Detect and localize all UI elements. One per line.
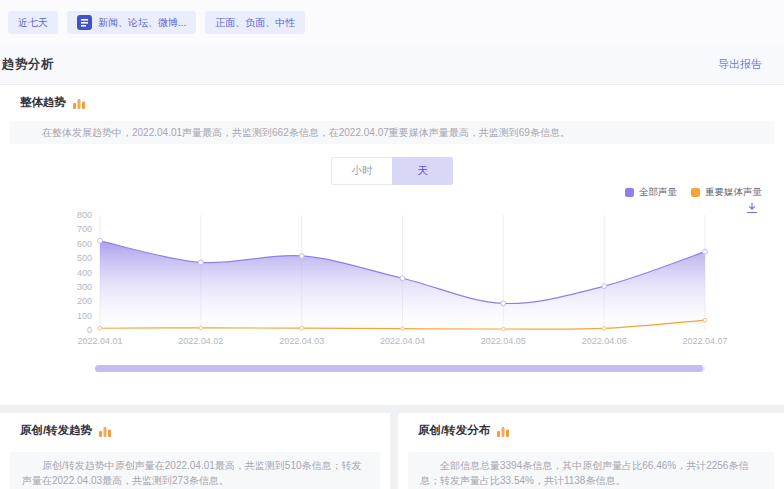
toggle-hour-button[interactable]: 小时 — [331, 157, 392, 185]
legend-label-media: 重要媒体声量 — [705, 186, 762, 199]
svg-text:100: 100 — [77, 311, 92, 321]
svg-text:2022.04.02: 2022.04.02 — [178, 336, 223, 346]
origin-distribution-summary: 全部信息总量3394条信息，其中原创声量占比66.46%，共计2256条信息；转… — [408, 452, 774, 489]
origin-trend-title-row: 原创/转发趋势 — [20, 423, 112, 438]
origin-distribution-title: 原创/转发分布 — [418, 423, 490, 438]
svg-text:2022.04.03: 2022.04.03 — [279, 336, 324, 346]
datazoom-slider[interactable] — [95, 365, 703, 372]
origin-distribution-title-row: 原创/转发分布 — [418, 423, 510, 438]
filter-chip-label: 近七天 — [18, 11, 48, 34]
svg-text:200: 200 — [77, 296, 92, 306]
overall-trend-title: 整体趋势 — [20, 95, 66, 110]
origin-trend-title: 原创/转发趋势 — [20, 423, 92, 438]
filter-chip-label: 新闻、论坛、微博... — [98, 11, 186, 34]
svg-text:2022.04.07: 2022.04.07 — [682, 336, 727, 346]
svg-text:300: 300 — [77, 282, 92, 292]
filter-chip-daterange[interactable]: 近七天 — [8, 11, 58, 34]
filter-chip-sources[interactable]: 新闻、论坛、微博... — [67, 11, 196, 34]
legend-swatch-media — [691, 188, 700, 197]
origin-trend-summary: 原创/转发趋势中原创声量在2022.04.01最高，共监测到510条信息；转发声… — [10, 452, 380, 489]
svg-text:400: 400 — [77, 268, 92, 278]
section-header: 趋势分析 导出报告 — [0, 45, 784, 85]
filter-chip-label: 正面、负面、中性 — [215, 11, 295, 34]
export-report-link[interactable]: 导出报告 — [718, 57, 762, 72]
origin-repost-distribution-card: 原创/转发分布 全部信息总量3394条信息，其中原创声量占比66.46%，共计2… — [398, 413, 784, 489]
legend-item-media[interactable]: 重要媒体声量 — [691, 186, 762, 199]
source-icon — [77, 15, 92, 30]
trend-chart-icon — [72, 96, 86, 110]
trend-area-chart[interactable]: 01002003004005006007008002022.04.012022.… — [0, 203, 784, 353]
filter-chip-sentiment[interactable]: 正面、负面、中性 — [205, 11, 305, 34]
svg-text:600: 600 — [77, 239, 92, 249]
filters-row: 近七天 新闻、论坛、微博... 正面、负面、中性 — [0, 0, 784, 45]
overall-summary-text: 在整体发展趋势中，2022.04.01声量最高，共监测到662条信息，在2022… — [10, 121, 774, 144]
svg-text:2022.04.06: 2022.04.06 — [582, 336, 627, 346]
legend-item-total[interactable]: 全部声量 — [625, 186, 677, 199]
svg-text:800: 800 — [77, 210, 92, 220]
svg-text:2022.04.05: 2022.04.05 — [481, 336, 526, 346]
legend-label-total: 全部声量 — [639, 186, 677, 199]
svg-text:700: 700 — [77, 224, 92, 234]
bottom-cards-row: 原创/转发趋势 原创/转发趋势中原创声量在2022.04.01最高，共监测到51… — [0, 413, 784, 489]
page: 近七天 新闻、论坛、微博... 正面、负面、中性 趋势分析 导出报告 整体趋势 — [0, 0, 784, 489]
page-title: 趋势分析 — [2, 56, 54, 73]
trend-chart-icon — [496, 424, 510, 438]
legend-swatch-total — [625, 188, 634, 197]
svg-text:500: 500 — [77, 253, 92, 263]
toggle-day-button[interactable]: 天 — [392, 157, 453, 185]
svg-text:2022.04.04: 2022.04.04 — [380, 336, 425, 346]
chart-legend: 全部声量 重要媒体声量 — [625, 186, 762, 199]
overall-trend-card: 整体趋势 在整体发展趋势中，2022.04.01声量最高，共监测到662条信息，… — [0, 85, 784, 405]
svg-text:0: 0 — [87, 325, 92, 335]
overall-trend-title-row: 整体趋势 — [20, 95, 86, 110]
trend-chart-icon — [98, 424, 112, 438]
granularity-toggle: 小时 天 — [0, 157, 784, 185]
svg-text:2022.04.01: 2022.04.01 — [77, 336, 122, 346]
datazoom-track — [95, 365, 705, 372]
origin-repost-trend-card: 原创/转发趋势 原创/转发趋势中原创声量在2022.04.01最高，共监测到51… — [0, 413, 390, 489]
